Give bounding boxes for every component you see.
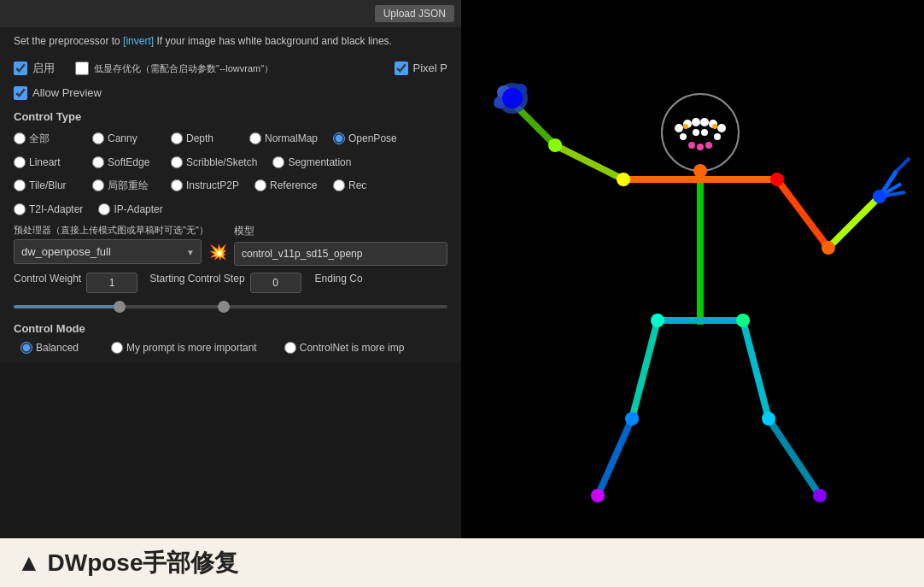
ending-step-label: Ending Co: [315, 273, 363, 285]
radio-scribble[interactable]: Scribble/Sketch: [164, 153, 264, 172]
radio-canny-input[interactable]: [92, 132, 104, 144]
radio-reference[interactable]: Reference: [248, 175, 325, 197]
radio-softedge-input[interactable]: [92, 156, 104, 168]
control-mode-label: Control Mode: [14, 322, 447, 335]
radio-depth-input[interactable]: [171, 132, 183, 144]
radio-normalmap[interactable]: NormalMap: [243, 128, 325, 150]
preprocessor-row: dw_openpose_full openpose openpose_face …: [14, 239, 227, 264]
svg-point-28: [714, 133, 721, 140]
mode-controlnet[interactable]: ControlNet is more imp: [278, 338, 412, 357]
control-weight-input[interactable]: [86, 273, 137, 293]
slider-thumb-left[interactable]: [114, 301, 126, 313]
fire-icon[interactable]: 💥: [208, 243, 227, 261]
radio-scribble-label: Scribble/Sketch: [186, 156, 257, 168]
enable-checkbox[interactable]: [14, 62, 27, 75]
radio-instructp2p-input[interactable]: [171, 179, 183, 191]
radio-lineart-input[interactable]: [14, 156, 26, 168]
mode-balanced[interactable]: Balanced: [14, 338, 91, 357]
allow-preview-label: Allow Preview: [32, 86, 102, 99]
enable-checkbox-label[interactable]: 启用: [14, 61, 55, 76]
radio-openpose-input[interactable]: [333, 132, 345, 144]
radio-scribble-input[interactable]: [171, 156, 183, 168]
radio-reference-input[interactable]: [254, 179, 266, 191]
pose-visualization: [461, 0, 924, 538]
radio-all-input[interactable]: [14, 132, 26, 144]
radio-rec-label: Rec: [348, 179, 366, 191]
radio-tileblur-label: Tile/Blur: [29, 179, 67, 191]
low-mem-checkbox[interactable]: [75, 62, 89, 75]
radio-tileblur[interactable]: Tile/Blur: [7, 175, 84, 197]
control-type-group-row4: T2I-Adapter IP-Adapter: [0, 198, 461, 220]
mode-prompt-input[interactable]: [111, 342, 123, 354]
radio-t2iadapter-input[interactable]: [14, 203, 26, 215]
invert-bracket: [invert]: [123, 35, 154, 47]
preprocessor-section-label: 预处理器（直接上传模式图或草稿时可选"无"）: [14, 224, 227, 236]
radio-instructp2p[interactable]: InstructP2P: [164, 175, 246, 197]
starting-step-input[interactable]: [250, 273, 301, 293]
options-row: 启用 低显存优化（需配合启动参数"--lowvram"） Pixel P: [0, 56, 461, 81]
svg-point-42: [651, 314, 664, 327]
radio-rec[interactable]: Rec: [326, 175, 403, 197]
radio-t2iadapter-label: T2I-Adapter: [29, 203, 83, 215]
svg-point-34: [683, 124, 688, 129]
radio-tileblur-input[interactable]: [14, 179, 26, 191]
radio-segmentation-input[interactable]: [272, 156, 284, 168]
preprocessor-select[interactable]: dw_openpose_full openpose openpose_face …: [14, 239, 202, 264]
radio-depth[interactable]: Depth: [164, 128, 241, 150]
allow-preview-checkbox[interactable]: [14, 86, 27, 100]
radio-softedge[interactable]: SoftEdge: [85, 153, 162, 172]
pixel-checkbox-label[interactable]: Pixel P: [395, 62, 447, 75]
radio-t2iadapter[interactable]: T2I-Adapter: [7, 200, 90, 219]
mode-controlnet-input[interactable]: [284, 342, 296, 354]
svg-point-21: [675, 124, 683, 132]
control-mode-section: Control Mode Balanced My prompt is more …: [0, 319, 461, 362]
control-type-group-row3: Tile/Blur 局部重绘 InstructP2P Reference Rec: [0, 173, 461, 198]
svg-point-43: [762, 412, 775, 426]
left-panel: Upload JSON Set the preprocessor to [inv…: [0, 0, 461, 538]
upload-json-button[interactable]: Upload JSON: [375, 5, 454, 22]
radio-localrepaint[interactable]: 局部重绘: [85, 175, 162, 197]
allow-preview-row: Allow Preview: [0, 81, 461, 105]
mode-prompt[interactable]: My prompt is more important: [104, 338, 264, 357]
pixel-checkbox[interactable]: [395, 62, 408, 75]
radio-localrepaint-label: 局部重绘: [108, 179, 149, 193]
allow-preview-checkbox-label[interactable]: Allow Preview: [14, 86, 102, 100]
radio-depth-label: Depth: [186, 132, 213, 144]
radio-canny[interactable]: Canny: [85, 128, 162, 150]
radio-openpose[interactable]: OpenPose: [326, 128, 404, 150]
mode-balanced-input[interactable]: [20, 342, 32, 354]
radio-reference-label: Reference: [270, 179, 317, 191]
radio-openpose-label: OpenPose: [348, 132, 397, 144]
model-input[interactable]: [234, 242, 447, 266]
right-panel: [461, 0, 924, 538]
info-text: Set the preprocessor to [invert] If your…: [0, 27, 461, 56]
radio-normalmap-input[interactable]: [249, 132, 261, 144]
top-section: Upload JSON Set the preprocessor to [inv…: [0, 0, 924, 538]
radio-rec-input[interactable]: [333, 179, 345, 191]
radio-segmentation[interactable]: Segmentation: [266, 153, 358, 172]
control-type-group-row2: Lineart SoftEdge Scribble/Sketch Segment…: [0, 151, 461, 173]
radio-lineart-label: Lineart: [29, 156, 61, 168]
slider-thumb-right[interactable]: [218, 301, 230, 313]
low-mem-checkbox-label[interactable]: 低显存优化（需配合启动参数"--lowvram"）: [75, 62, 374, 75]
radio-all-label: 全部: [29, 132, 50, 146]
svg-point-33: [701, 129, 708, 136]
svg-point-39: [548, 138, 562, 152]
svg-point-45: [813, 489, 827, 502]
radio-segmentation-label: Segmentation: [288, 156, 351, 168]
svg-point-40: [822, 241, 835, 255]
radio-all[interactable]: 全部: [7, 128, 84, 150]
radio-ipadapter[interactable]: IP-Adapter: [91, 200, 169, 219]
dual-slider-section: [0, 296, 461, 319]
svg-point-23: [692, 118, 700, 126]
svg-rect-0: [461, 0, 924, 538]
radio-ipadapter-input[interactable]: [98, 203, 110, 215]
pixel-label: Pixel P: [413, 62, 447, 74]
svg-point-44: [625, 412, 639, 426]
radio-localrepaint-input[interactable]: [92, 179, 104, 191]
svg-point-24: [700, 118, 709, 126]
model-col-label: 模型: [234, 224, 447, 238]
mode-controlnet-label: ControlNet is more imp: [300, 342, 405, 354]
bottom-title: ▲ DWpose手部修复: [17, 547, 239, 579]
radio-lineart[interactable]: Lineart: [7, 153, 84, 172]
